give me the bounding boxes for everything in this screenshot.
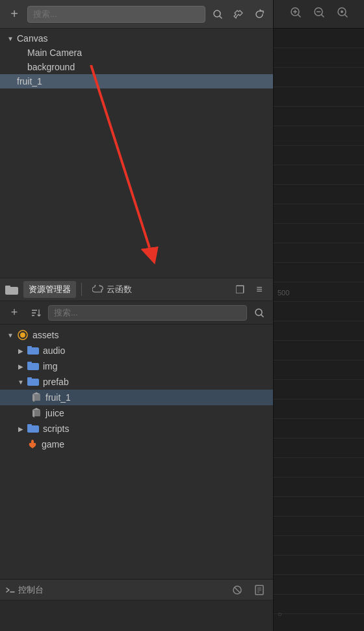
tab-assets-label: 资源管理器 (29, 284, 71, 295)
search-icon[interactable] (209, 6, 226, 23)
hierarchy-panel: ▼ Canvas ▶ Main Camera ▶ background ▶ fr… (0, 29, 273, 278)
asset-item-game[interactable]: ▶ game (0, 436, 273, 452)
svg-point-43 (341, 10, 343, 13)
tab-assets[interactable]: 资源管理器 (23, 281, 76, 298)
console-body (0, 600, 273, 631)
game-script-icon (27, 439, 38, 450)
svg-rect-16 (27, 362, 32, 364)
scripts-folder-icon (27, 423, 39, 435)
console-title: 控制台 (18, 584, 44, 596)
zoom-in-icon[interactable] (287, 3, 305, 25)
hierarchy-item-canvas[interactable]: ▼ Canvas (0, 31, 273, 46)
juice-prefab-icon (31, 407, 42, 420)
svg-marker-23 (32, 408, 40, 410)
copy-icon[interactable]: ❐ (231, 281, 248, 298)
hierarchy-item-background[interactable]: ▶ background (0, 60, 273, 74)
zoom-out-icon[interactable] (310, 3, 328, 25)
hierarchy-label-main-camera: Main Camera (27, 47, 82, 58)
svg-point-12 (20, 332, 25, 338)
asset-manager-folder-icon (5, 284, 18, 295)
asset-toolbar: + (0, 301, 273, 325)
expand-assets-root: ▼ (5, 330, 16, 340)
asset-label-fruit1: fruit_1 (46, 392, 71, 403)
sort-icon[interactable] (27, 304, 44, 321)
grid-label-500: 500 (278, 289, 289, 297)
hierarchy-search-input[interactable] (27, 6, 205, 23)
refresh-icon[interactable] (251, 6, 268, 23)
hierarchy-item-main-camera[interactable]: ▶ Main Camera (0, 46, 273, 60)
hierarchy-tree: ▼ Canvas ▶ Main Camera ▶ background ▶ fr… (0, 29, 273, 278)
asset-search-input[interactable] (48, 305, 247, 321)
tab-cloud[interactable]: 云函数 (87, 281, 137, 298)
hierarchy-label-fruit1: fruit_1 (17, 76, 42, 87)
asset-label-game: game (42, 439, 64, 450)
console-doc-icon[interactable] (251, 582, 268, 598)
console-ban-icon[interactable] (229, 582, 246, 598)
asset-label-audio: audio (43, 345, 65, 356)
audio-folder-icon (27, 345, 39, 356)
img-folder-icon (27, 361, 39, 372)
expand-scripts: ▶ (16, 423, 26, 434)
asset-item-juice[interactable]: juice (0, 405, 273, 421)
svg-line-39 (321, 15, 324, 18)
fruit1-prefab-icon (31, 392, 42, 404)
fit-view-icon[interactable] (333, 3, 352, 25)
hierarchy-label-background: background (27, 62, 75, 72)
hierarchy-label-canvas: Canvas (17, 33, 47, 44)
cloud-icon (92, 285, 104, 294)
add-hierarchy-button[interactable]: + (5, 5, 23, 23)
assets-root-icon (17, 329, 29, 341)
viewport-grid: 500 ○ (274, 29, 364, 631)
svg-line-42 (344, 15, 347, 18)
hierarchy-item-fruit1[interactable]: ▶ fruit_1 (0, 74, 273, 88)
asset-item-img[interactable]: ▶ img (0, 358, 273, 374)
svg-marker-21 (32, 394, 34, 402)
asset-item-fruit1[interactable]: fruit_1 (0, 390, 273, 405)
hierarchy-toolbar: + (0, 0, 273, 29)
prefab-folder-icon (27, 377, 39, 388)
expand-img: ▶ (16, 361, 26, 371)
asset-item-assets-root[interactable]: ▼ assets (0, 327, 273, 343)
svg-marker-24 (32, 410, 34, 418)
asset-label-scripts: scripts (43, 423, 69, 434)
asset-label-assets-root: assets (32, 330, 58, 340)
svg-line-10 (261, 315, 263, 317)
menu-icon[interactable]: ≡ (251, 281, 268, 298)
asset-item-scripts[interactable]: ▶ scripts (0, 421, 273, 436)
svg-line-35 (298, 15, 300, 18)
tab-divider (81, 283, 82, 296)
viewport-toolbar (274, 0, 364, 29)
asset-label-img: img (43, 361, 58, 371)
asset-tree: ▼ assets ▶ audio ▶ (0, 325, 273, 579)
asset-item-audio[interactable]: ▶ audio (0, 343, 273, 358)
svg-line-29 (235, 587, 240, 593)
tab-actions: ❐ ≡ (231, 281, 268, 298)
console-icon (5, 585, 16, 595)
expand-arrow-canvas: ▼ (5, 33, 16, 44)
svg-rect-26 (27, 424, 32, 427)
asset-manager-tabs: 资源管理器 云函数 ❐ ≡ (0, 278, 273, 301)
console-panel: 控制台 (0, 579, 273, 631)
svg-rect-18 (27, 377, 32, 380)
tab-cloud-label: 云函数 (107, 284, 132, 295)
asset-item-prefab[interactable]: ▼ prefab (0, 374, 273, 390)
svg-rect-5 (5, 286, 10, 288)
asset-label-prefab: prefab (43, 377, 69, 387)
add-asset-button[interactable]: + (5, 304, 23, 322)
console-actions (229, 582, 268, 598)
svg-line-1 (220, 16, 222, 18)
viewport-panel: 500 ○ (273, 0, 364, 631)
asset-label-juice: juice (46, 408, 64, 418)
asset-search-icon[interactable] (251, 304, 268, 321)
expand-audio: ▶ (16, 345, 26, 356)
svg-marker-20 (32, 392, 40, 394)
console-header: 控制台 (0, 580, 273, 600)
pin-icon[interactable] (230, 6, 247, 23)
svg-rect-14 (27, 346, 32, 349)
grid-label-bottom: ○ (278, 610, 282, 618)
expand-prefab: ▼ (16, 377, 26, 387)
console-title-area: 控制台 (5, 584, 44, 596)
